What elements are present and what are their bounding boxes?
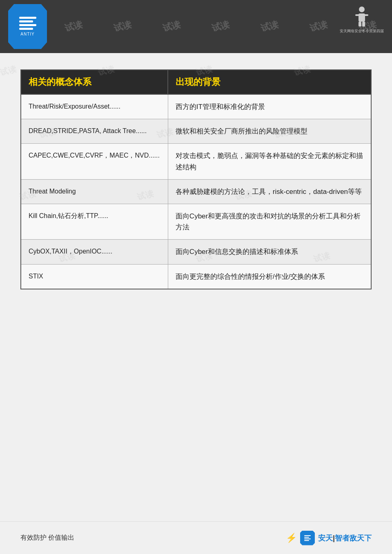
table-row: Kill Chain,钻石分析,TTP......面向Cyber和更高强度的攻击…: [21, 204, 371, 239]
top-right-icon: [347, 4, 376, 29]
wm-5: 试读: [210, 18, 231, 35]
logo-line-4: [19, 28, 33, 30]
table-row: CybOX,TAXII，OpenIOC......面向Cyber和信息交换的描述…: [21, 240, 371, 264]
col1-cell: Kill Chain,钻石分析,TTP......: [21, 204, 168, 239]
col1-cell: STIX: [21, 264, 168, 289]
table-row: DREAD,STRIDE,PASTA, Attack Tree......微软和…: [21, 119, 371, 144]
top-right-subtitle-text: 安天网络安全冬令营第四届: [340, 29, 384, 34]
svg-rect-1: [359, 13, 365, 22]
col1-cell: DREAD,STRIDE,PASTA, Attack Tree......: [21, 119, 168, 144]
footer-brand-name: 安天|智者敌天下: [318, 533, 372, 543]
col2-cell: 面向Cyber和信息交换的描述和标准体系: [168, 240, 371, 264]
logo-antiy-text: ANTIY: [20, 32, 34, 36]
wm-2: 试读: [63, 18, 84, 35]
main-content: 试读 试读 试读 试读 试读 试读 试读 试读 试读 试读 试读 试读 试读 相…: [0, 53, 392, 302]
footer-line-1: [304, 535, 311, 536]
table-row: CAPEC,CWE,CVE,CVRF，MAEC，NVD......对攻击模式，脆…: [21, 144, 371, 179]
footer-logo-lines: [304, 535, 311, 541]
col1-header: 相关的概念体系: [21, 70, 168, 94]
footer-brand: ⚡ 安天|智者敌天下: [286, 531, 372, 545]
table-row: Threat Modeling各种威胁建模的方法论，工具，risk-centri…: [21, 179, 371, 204]
antiy-logo: ANTIY: [8, 4, 47, 49]
footer-line-3: [304, 538, 311, 539]
table-row: STIX面向更完整的综合性的情报分析/作业/交换的体系: [21, 264, 371, 289]
page-wm-1: 试读: [0, 64, 18, 78]
col2-cell: 西方的IT管理和标准化的背景: [168, 94, 371, 119]
footer-antiy-logo: [300, 531, 315, 545]
logo-line-1: [19, 17, 36, 19]
wm-6: 试读: [259, 18, 280, 35]
concept-table: 相关的概念体系 出现的背景 Threat/Risk/Exposure/Asset…: [20, 69, 372, 289]
col2-cell: 面向更完整的综合性的情报分析/作业/交换的体系: [168, 264, 371, 289]
wm-4: 试读: [161, 18, 182, 35]
page-header: ANTIY 试读 试读 试读 试读 试读 试读 试读 试读 安天网络安全冬令营第…: [0, 0, 392, 53]
col2-cell: 对攻击模式，脆弱点，漏洞等各种基础的安全元素的标定和描述结构: [168, 144, 371, 179]
svg-rect-2: [355, 14, 359, 16]
svg-point-0: [359, 7, 365, 12]
svg-rect-5: [362, 22, 365, 27]
col1-cell: CybOX,TAXII，OpenIOC......: [21, 240, 168, 264]
col1-cell: Threat/Risk/Exposure/Asset......: [21, 94, 168, 119]
footer-tagline: 有效防护 价值输出: [20, 534, 74, 542]
logo-line-3: [19, 24, 36, 26]
footer-line-4: [304, 540, 309, 541]
top-right-area: 安天网络安全冬令营第四届: [340, 4, 384, 34]
col2-cell: 微软和相关安全厂商所推出的风险管理模型: [168, 119, 371, 144]
col2-cell: 面向Cyber和更高强度的攻击和对抗的场景的分析工具和分析方法: [168, 204, 371, 239]
wm-7: 试读: [308, 18, 329, 35]
logo-line-2: [19, 20, 33, 22]
footer-line-2: [304, 537, 309, 538]
page-footer: 有效防护 价值输出 ⚡ 安天|智者敌天下: [0, 521, 392, 554]
wm-3: 试读: [112, 18, 133, 35]
logo-lines: [19, 17, 36, 30]
col2-cell: 各种威胁建模的方法论，工具，risk-centric，data-driven等等: [168, 179, 371, 204]
header-watermarks: 试读 试读 试读 试读 试读 试读 试读 试读: [0, 0, 392, 53]
svg-rect-3: [364, 14, 368, 16]
lightning-icon: ⚡: [286, 533, 297, 543]
svg-rect-4: [359, 22, 361, 27]
table-row: Threat/Risk/Exposure/Asset......西方的IT管理和…: [21, 94, 371, 119]
col1-cell: CAPEC,CWE,CVE,CVRF，MAEC，NVD......: [21, 144, 168, 179]
col2-header: 出现的背景: [168, 70, 371, 94]
col1-cell: Threat Modeling: [21, 179, 168, 204]
